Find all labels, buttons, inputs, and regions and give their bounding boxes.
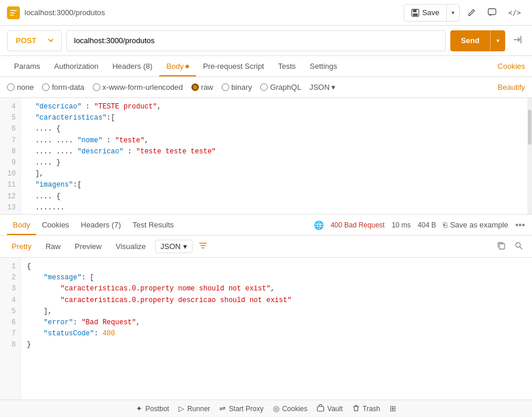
request-line-numbers: 4567891011121314 <box>0 98 21 214</box>
code-view-button[interactable]: </> <box>504 6 525 20</box>
save-icon: ⎗ <box>443 220 447 229</box>
tab-params[interactable]: Params <box>7 57 47 76</box>
vault-icon <box>317 404 324 414</box>
grid-icon: ⊞ <box>390 404 396 413</box>
format-tab-visualize[interactable]: Visualize <box>111 240 150 253</box>
bottom-postbot[interactable]: ✦ Postbot <box>136 404 169 413</box>
copy-button[interactable] <box>495 239 508 254</box>
beautify-button[interactable]: Beautify <box>498 83 525 92</box>
request-scrollbar[interactable] <box>527 98 532 214</box>
redirect-button[interactable] <box>510 32 525 50</box>
option-binary[interactable]: binary <box>222 83 252 92</box>
svg-point-6 <box>516 243 520 247</box>
svg-rect-7 <box>317 407 324 411</box>
save-button[interactable]: Save <box>404 5 447 21</box>
more-options-button[interactable]: ••• <box>515 220 525 230</box>
option-form-data[interactable]: form-data <box>42 83 85 92</box>
trash-icon <box>352 404 360 414</box>
top-actions: Save ▾ </> <box>404 4 525 22</box>
bottom-start-proxy[interactable]: ⇌ Start Proxy <box>219 404 263 413</box>
response-tab-cookies[interactable]: Cookies <box>36 216 75 235</box>
bottom-bar: ✦ Postbot ▷ Runner ⇌ Start Proxy ◎ Cooki… <box>0 400 532 417</box>
format-tab-raw[interactable]: Raw <box>41 240 65 253</box>
svg-rect-2 <box>413 9 416 12</box>
runner-icon: ▷ <box>178 404 184 413</box>
option-urlencoded[interactable]: x-www-form-urlencoded <box>93 83 183 92</box>
comment-button[interactable] <box>484 5 501 20</box>
format-right-actions <box>495 239 525 254</box>
status-size: 404 B <box>418 221 436 229</box>
status-time: 10 ms <box>391 221 411 229</box>
response-tab-headers[interactable]: Headers (7) <box>75 216 127 235</box>
response-tab-body[interactable]: Body <box>7 216 36 235</box>
svg-rect-3 <box>413 13 418 16</box>
tab-body[interactable]: Body <box>159 57 196 76</box>
proxy-icon: ⇌ <box>219 404 226 413</box>
bottom-cookies[interactable]: ◎ Cookies <box>273 404 307 413</box>
method-select-input[interactable]: POST GET PUT DELETE PATCH <box>13 36 55 45</box>
response-code-area[interactable]: { "message": [ "caracteristicas.0.proper… <box>21 258 532 400</box>
request-code-area[interactable]: "descricao" : "TESTE product", "caracter… <box>21 98 527 214</box>
send-button-group: Send ▾ <box>450 30 505 51</box>
request-bar: POST GET PUT DELETE PATCH Send ▾ <box>0 26 532 56</box>
cookies-icon: ◎ <box>273 404 279 413</box>
svg-rect-4 <box>488 9 496 15</box>
top-url-display: localhost:3000/produtos <box>24 8 399 17</box>
app-icon <box>7 6 20 19</box>
response-status-bar: 🌐 400 Bad Request 10 ms 404 B ⎗ Save as … <box>314 220 525 230</box>
status-code: 400 Bad Request <box>331 221 385 229</box>
tab-tests[interactable]: Tests <box>271 57 303 76</box>
response-tab-test-results[interactable]: Test Results <box>127 216 180 235</box>
filter-button[interactable] <box>197 240 209 253</box>
request-body-editor: 4567891011121314 "descricao" : "TESTE pr… <box>0 98 532 215</box>
method-selector[interactable]: POST GET PUT DELETE PATCH <box>7 30 62 51</box>
edit-button[interactable] <box>463 5 480 20</box>
postbot-icon: ✦ <box>136 404 142 413</box>
save-as-example-button[interactable]: ⎗ Save as example <box>443 220 508 229</box>
bottom-grid[interactable]: ⊞ <box>390 404 396 413</box>
bottom-trash[interactable]: Trash <box>352 404 380 414</box>
tab-authorization[interactable]: Authorization <box>47 57 106 76</box>
scrollbar-thumb <box>528 110 531 145</box>
request-tabs-bar: Params Authorization Headers (8) Body Pr… <box>0 56 532 77</box>
bottom-vault[interactable]: Vault <box>317 404 342 414</box>
option-none[interactable]: none <box>7 83 34 92</box>
body-options-bar: none form-data x-www-form-urlencoded raw… <box>0 77 532 98</box>
bottom-runner[interactable]: ▷ Runner <box>178 404 210 413</box>
format-bar: Pretty Raw Preview Visualize JSON ▾ <box>0 236 532 258</box>
response-body: 12345678 { "message": [ "caracteristicas… <box>0 258 532 400</box>
send-button[interactable]: Send <box>450 30 490 51</box>
cookies-link[interactable]: Cookies <box>498 62 525 71</box>
json-type-select[interactable]: JSON ▾ <box>309 83 335 92</box>
format-tab-preview[interactable]: Preview <box>70 240 106 253</box>
tab-settings[interactable]: Settings <box>303 57 344 76</box>
url-input[interactable] <box>66 30 446 51</box>
option-raw[interactable]: raw <box>191 83 214 92</box>
svg-rect-5 <box>499 244 505 249</box>
save-dropdown-button[interactable]: ▾ <box>446 5 459 21</box>
body-dot <box>186 65 189 68</box>
save-button-group: Save ▾ <box>404 4 460 22</box>
globe-icon: 🌐 <box>314 220 324 230</box>
tab-headers[interactable]: Headers (8) <box>106 57 160 76</box>
format-tab-pretty[interactable]: Pretty <box>7 240 36 253</box>
format-type-select[interactable]: JSON ▾ <box>155 240 192 253</box>
tab-pre-request[interactable]: Pre-request Script <box>196 57 271 76</box>
top-bar: localhost:3000/produtos Save ▾ </> <box>0 0 532 26</box>
send-dropdown-button[interactable]: ▾ <box>491 30 505 51</box>
option-graphql[interactable]: GraphQL <box>260 83 301 92</box>
response-tabs-bar: Body Cookies Headers (7) Test Results 🌐 … <box>0 215 532 236</box>
response-line-numbers: 12345678 <box>0 258 21 400</box>
search-button[interactable] <box>512 239 525 254</box>
